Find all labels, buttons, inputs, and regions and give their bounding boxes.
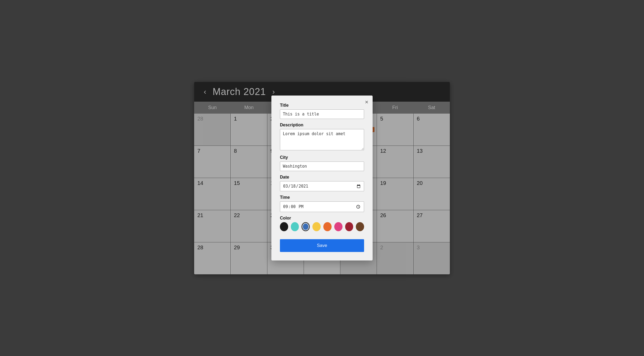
modal-close-button[interactable]: ×	[365, 99, 368, 105]
title-label: Title	[280, 103, 364, 108]
date-input[interactable]	[280, 181, 364, 191]
color-swatch-red[interactable]	[345, 222, 353, 231]
modal-overlay: × Title Description City Date Time Color…	[0, 0, 644, 356]
event-modal: × Title Description City Date Time Color…	[271, 96, 373, 260]
description-input[interactable]	[280, 129, 364, 150]
time-input[interactable]	[280, 201, 364, 212]
city-input[interactable]	[280, 162, 364, 171]
description-group: Description	[280, 123, 364, 151]
description-label: Description	[280, 123, 364, 127]
color-group: Color	[280, 216, 364, 231]
color-swatch-pink[interactable]	[334, 222, 343, 231]
time-group: Time	[280, 195, 364, 212]
color-swatch-blue[interactable]	[301, 222, 310, 231]
save-button[interactable]: Save	[280, 239, 364, 252]
color-swatches	[280, 222, 364, 231]
city-group: City	[280, 155, 364, 171]
date-group: Date	[280, 175, 364, 191]
city-label: City	[280, 155, 364, 160]
title-group: Title	[280, 103, 364, 119]
color-swatch-yellow[interactable]	[312, 222, 321, 231]
time-label: Time	[280, 195, 364, 200]
color-swatch-orange[interactable]	[323, 222, 332, 231]
title-input[interactable]	[280, 109, 364, 119]
color-swatch-black[interactable]	[280, 222, 288, 231]
color-swatch-brown[interactable]	[356, 222, 364, 231]
color-label: Color	[280, 216, 364, 221]
color-swatch-teal[interactable]	[291, 222, 299, 231]
date-label: Date	[280, 175, 364, 180]
